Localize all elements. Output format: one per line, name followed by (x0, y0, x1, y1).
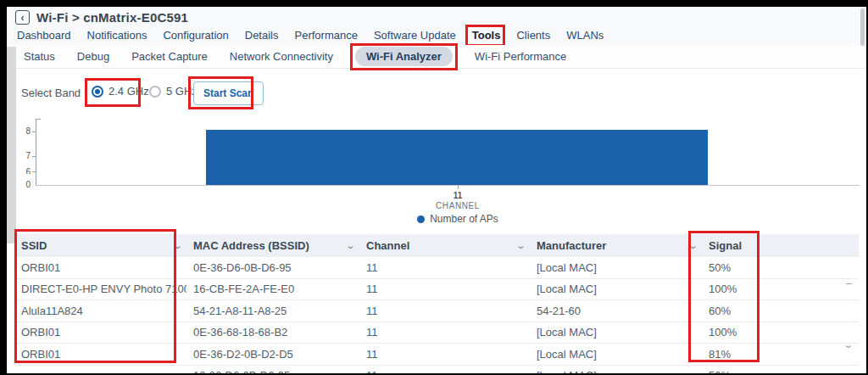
column-header-manufacturer[interactable]: Manufacturer ⌄ (530, 239, 702, 252)
table-cell: 11 (359, 348, 530, 361)
tools-subnav: Status Debug Packet Capture Network Conn… (7, 45, 866, 69)
tab-debug[interactable]: Debug (77, 50, 109, 63)
table-cell: 0E-36-D6-0B-D6-95 (186, 261, 359, 274)
x-axis-line (36, 185, 860, 186)
chart-legend: Number of APs (373, 213, 542, 225)
radio-unselected-icon[interactable] (149, 86, 161, 98)
nav-item-wlans[interactable]: WLANs (566, 29, 604, 42)
tab-label: Wi-Fi Analyzer (366, 50, 442, 63)
nav-item-label: Tools (472, 29, 501, 42)
tab-wifi-analyzer[interactable]: Wi-Fi Analyzer (355, 47, 453, 66)
table-cell: [Local MAC] (530, 369, 702, 373)
radio-label: 2.4 GHz (108, 85, 149, 98)
radio-selected-icon[interactable] (92, 86, 103, 98)
tab-label: Packet Capture (131, 50, 208, 63)
title-row: ‹ Wi-Fi > cnMatrix-E0C591 (7, 7, 866, 25)
chevron-down-icon[interactable]: ⌄ (515, 240, 526, 251)
wifi-analyzer-chart: 8 7 6 0 11 CHANNEL Number of APs (7, 113, 866, 227)
table-cell: 11 (359, 369, 530, 373)
nav-item-label: Performance (295, 29, 358, 42)
nav-item-label: Clients (516, 29, 550, 42)
ap-table: SSID ⌄ MAC Address (BSSID) ⌄ Channel ⌄ M… (14, 234, 859, 373)
nav-item-notifications[interactable]: Notifications (87, 29, 147, 42)
vertical-scrollbar-thumb[interactable] (860, 8, 865, 46)
nav-item-performance[interactable]: Performance (295, 29, 358, 42)
table-cell: 50% (702, 369, 859, 373)
radio-band-24ghz[interactable]: 2.4 GHz (92, 85, 149, 98)
table-cell: [Local MAC] (530, 348, 702, 361)
y-tick-7: 7 (14, 151, 31, 160)
table-cell: 54-21-60 (530, 305, 702, 317)
column-header-channel[interactable]: Channel ⌄ (359, 239, 530, 252)
table-cell: 11 (359, 305, 530, 317)
column-header-ssid[interactable]: SSID ⌄ (14, 239, 186, 252)
tab-label: Wi-Fi Performance (475, 50, 566, 63)
y-axis-line (36, 119, 36, 185)
start-scan-button[interactable]: Start Scan (193, 81, 264, 105)
table-row: DIRECT-E0-HP ENVY Photo 710016-CB-FE-2A-… (14, 279, 859, 301)
table-row: Alula11A82454-21-A8-11-A8-251154-21-6060… (14, 300, 859, 322)
dash-icon: – (846, 277, 852, 289)
nav-item-label: WLANs (566, 29, 604, 42)
table-cell: DIRECT-E0-HP ENVY Photo 7100 (14, 283, 186, 295)
tab-status[interactable]: Status (24, 50, 55, 63)
table-cell: 16-CB-FE-2A-FE-E0 (186, 283, 359, 295)
nav-item-configuration[interactable]: Configuration (163, 29, 228, 42)
column-header-signal[interactable]: Signal (702, 239, 859, 252)
table-row: 12-36-D6-0B-D6-9511[Local MAC]50% (14, 366, 859, 374)
column-label: SSID (21, 239, 47, 252)
nav-item-software-update[interactable]: Software Update (374, 29, 456, 42)
top-bar: ‹ Wi-Fi > cnMatrix-E0C591 Dashboard Noti… (7, 7, 866, 46)
page-title: Wi-Fi > cnMatrix-E0C591 (36, 10, 188, 25)
tab-packet-capture[interactable]: Packet Capture (131, 50, 208, 63)
nav-item-dashboard[interactable]: Dashboard (17, 29, 71, 42)
chevron-down-icon[interactable]: ⌄ (687, 240, 698, 251)
table-header: SSID ⌄ MAC Address (BSSID) ⌄ Channel ⌄ M… (14, 234, 859, 257)
app-window: ‹ Wi-Fi > cnMatrix-E0C591 Dashboard Noti… (7, 7, 866, 373)
column-label: Signal (709, 239, 742, 252)
nav-item-label: Dashboard (17, 29, 71, 42)
nav-item-label: Notifications (87, 29, 147, 42)
legend-label: Number of APs (430, 213, 498, 225)
x-tick-mark (458, 185, 459, 189)
table-cell: ORBI01 (14, 326, 186, 339)
chevron-down-icon[interactable]: ⌄ (172, 240, 182, 251)
column-label: Channel (366, 239, 409, 252)
nav-item-clients[interactable]: Clients (516, 29, 550, 42)
nav-item-label: Details (245, 29, 279, 42)
table-cell: ORBI01 (14, 348, 186, 361)
tab-network-connectivity[interactable]: Network Connectivity (230, 50, 333, 63)
table-cell: Alula11A824 (14, 305, 186, 317)
start-scan-wrapper: Start Scan (193, 81, 264, 105)
table-cell: 11 (359, 261, 530, 274)
table-cell: 54-21-A8-11-A8-25 (186, 305, 359, 317)
table-cell: ORBI01 (14, 261, 186, 274)
tab-wifi-performance[interactable]: Wi-Fi Performance (475, 50, 566, 63)
nav-item-details[interactable]: Details (245, 29, 279, 42)
table-cell: 12-36-D6-0B-D6-95 (186, 369, 359, 373)
y-tick-mark (32, 132, 36, 132)
chevron-down-icon[interactable]: ⌄ (345, 240, 355, 251)
y-tick-6: 6 (14, 167, 31, 174)
table-cell: 100% (702, 326, 859, 339)
y-tick-mark (32, 156, 36, 157)
x-tick-label: 11 (424, 191, 492, 200)
collapse-panel-icon[interactable]: ‹ (15, 10, 30, 25)
table-cell: 0E-36-68-18-68-B2 (186, 326, 359, 339)
legend-dot-icon (417, 215, 425, 223)
table-row: ORBI010E-36-68-18-68-B211[Local MAC]100% (14, 322, 859, 344)
select-band-label: Select Band (21, 87, 81, 99)
column-header-mac[interactable]: MAC Address (BSSID) ⌄ (186, 239, 359, 252)
table-cell: 0E-36-D2-0B-D2-D5 (186, 348, 359, 361)
table-row: ORBI010E-36-D2-0B-D2-D511[Local MAC]81% (14, 344, 859, 366)
y-tick-8: 8 (14, 126, 31, 136)
column-label: MAC Address (BSSID) (193, 239, 309, 252)
table-cell: [Local MAC] (530, 326, 702, 339)
column-label: Manufacturer (537, 239, 606, 252)
x-axis-title: CHANNEL (407, 201, 509, 210)
radio-band-5ghz[interactable]: 5 GHz (149, 85, 198, 98)
tab-label: Debug (77, 50, 109, 63)
nav-item-tools[interactable]: Tools (472, 29, 501, 42)
table-cell: 50% (702, 261, 859, 274)
table-cell: [Local MAC] (530, 283, 702, 295)
